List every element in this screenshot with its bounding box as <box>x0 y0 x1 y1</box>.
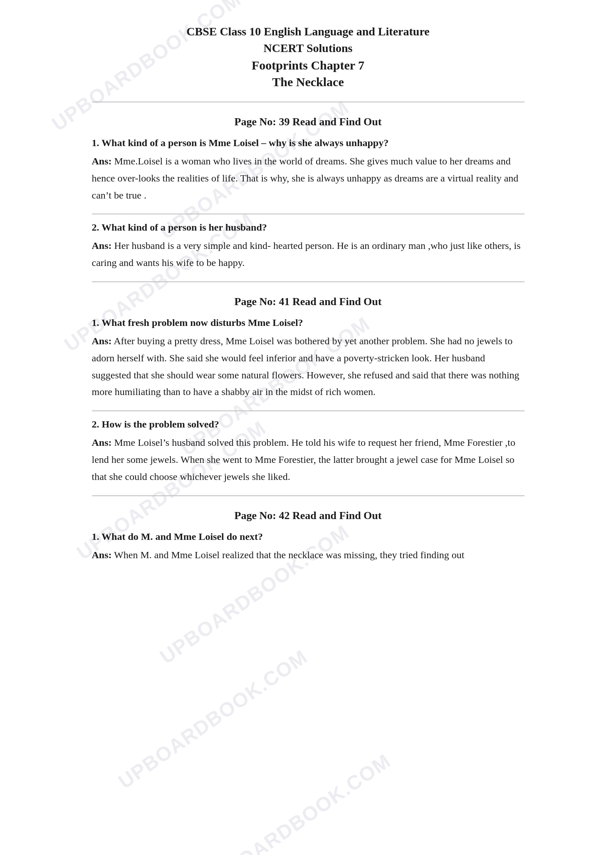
header-line2: NCERT Solutions <box>92 42 524 55</box>
header-section: CBSE Class 10 English Language and Liter… <box>92 25 524 89</box>
ans-text-3-1: When M. and Mme Loisel realized that the… <box>112 549 465 560</box>
answer-2-2: Ans: Mme Loisel’s husband solved this pr… <box>92 434 524 485</box>
qa-block-3-1: 1. What do M. and Mme Loisel do next? An… <box>92 531 524 564</box>
q-text-2-1: What fresh problem now disturbs Mme Lois… <box>101 317 303 328</box>
ans-text-2-2: Mme Loisel’s husband solved this problem… <box>92 437 516 482</box>
q-text-1-2: What kind of a person is her husband? <box>101 222 267 233</box>
question-1-1: 1. What kind of a person is Mme Loisel –… <box>92 137 524 149</box>
q-num-1-2: 2. <box>92 222 99 233</box>
divider-1 <box>92 214 524 214</box>
q-num-2-1: 1. <box>92 317 99 328</box>
qa-block-1-1: 1. What kind of a person is Mme Loisel –… <box>92 137 524 204</box>
watermark-7: UPBOARDBOOK.COM <box>114 645 312 793</box>
watermark-8: UPBOARDBOOK.COM <box>197 749 395 855</box>
q-num-1-1: 1. <box>92 137 99 148</box>
ans-text-1-1: Mme.Loisel is a woman who lives in the w… <box>92 156 519 201</box>
question-2-1: 1. What fresh problem now disturbs Mme L… <box>92 317 524 328</box>
answer-1-1: Ans: Mme.Loisel is a woman who lives in … <box>92 153 524 204</box>
qa-block-1-2: 2. What kind of a person is her husband?… <box>92 222 524 271</box>
q-text-1-1: What kind of a person is Mme Loisel – wh… <box>101 137 388 148</box>
q-text-3-1: What do M. and Mme Loisel do next? <box>101 531 263 542</box>
header-line1: CBSE Class 10 English Language and Liter… <box>92 25 524 38</box>
section-2: Page No: 41 Read and Find Out 1. What fr… <box>92 296 524 485</box>
ans-text-2-1: After buying a pretty dress, Mme Loisel … <box>92 336 520 397</box>
section-divider-1 <box>92 281 524 282</box>
section-1: Page No: 39 Read and Find Out 1. What ki… <box>92 116 524 271</box>
section-1-heading: Page No: 39 Read and Find Out <box>92 116 524 128</box>
answer-2-1: Ans: After buying a pretty dress, Mme Lo… <box>92 333 524 400</box>
section-divider-2 <box>92 495 524 496</box>
qa-block-2-1: 1. What fresh problem now disturbs Mme L… <box>92 317 524 400</box>
question-2-2: 2. How is the problem solved? <box>92 419 524 430</box>
header-line3: Footprints Chapter 7 <box>92 58 524 72</box>
qa-block-2-2: 2. How is the problem solved? Ans: Mme L… <box>92 419 524 485</box>
section-3-heading: Page No: 42 Read and Find Out <box>92 510 524 522</box>
question-3-1: 1. What do M. and Mme Loisel do next? <box>92 531 524 542</box>
ans-label-1-2: Ans: <box>92 240 112 251</box>
q-text-2-2: How is the problem solved? <box>102 419 219 430</box>
answer-3-1: Ans: When M. and Mme Loisel realized tha… <box>92 547 524 564</box>
answer-1-2: Ans: Her husband is a very simple and ki… <box>92 237 524 271</box>
divider-2 <box>92 410 524 411</box>
header-divider <box>92 102 524 102</box>
ans-text-1-2: Her husband is a very simple and kind- h… <box>92 240 521 268</box>
section-3: Page No: 42 Read and Find Out 1. What do… <box>92 510 524 564</box>
ans-label-2-2: Ans: <box>92 437 112 448</box>
ans-label-3-1: Ans: <box>92 549 112 560</box>
question-1-2: 2. What kind of a person is her husband? <box>92 222 524 233</box>
header-line4: The Necklace <box>92 75 524 89</box>
ans-label-1-1: Ans: <box>92 156 112 167</box>
q-num-2-2: 2. <box>92 419 99 430</box>
ans-label-2-1: Ans: <box>92 336 112 346</box>
q-num-3-1: 1. <box>92 531 99 542</box>
section-2-heading: Page No: 41 Read and Find Out <box>92 296 524 308</box>
